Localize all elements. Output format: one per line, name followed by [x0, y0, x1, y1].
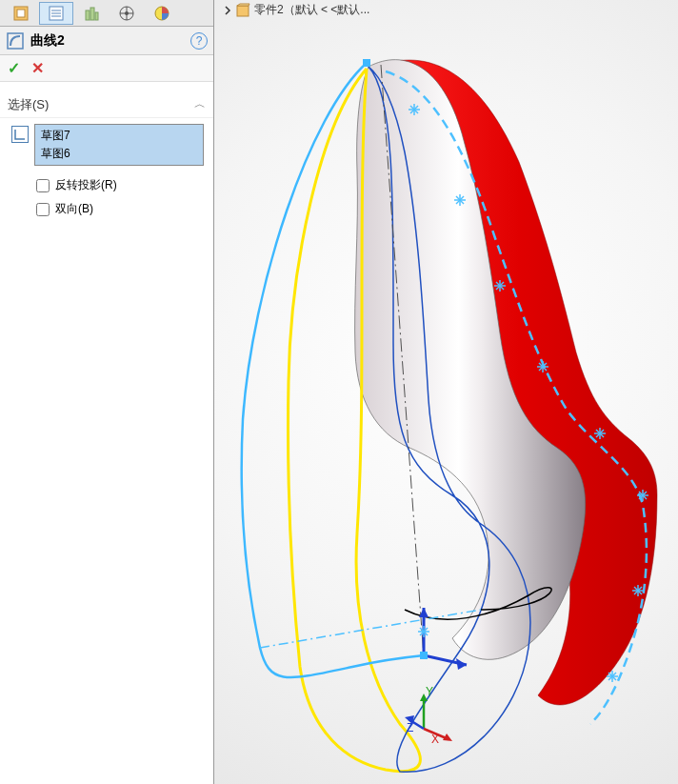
selection-section-header[interactable]: 选择(S) ︿ — [0, 91, 213, 118]
bidirectional-checkbox[interactable] — [36, 203, 50, 216]
reverse-checkbox-row: 反转投影(R) — [11, 173, 204, 197]
sketch-icon — [11, 126, 29, 143]
selection-list[interactable]: 草图7 草图6 — [34, 124, 204, 166]
collapse-icon: ︿ — [194, 96, 206, 112]
svg-rect-14 — [8, 33, 23, 49]
tab-display[interactable] — [145, 2, 179, 25]
feature-title: 曲线2 — [30, 32, 65, 50]
bidirectional-checkbox-row: 双向(B) — [11, 197, 204, 221]
selection-section-body: 草图7 草图6 反转投影(R) 双向(B) — [0, 118, 213, 227]
svg-marker-54 — [456, 658, 467, 670]
confirm-row: ✓ ✕ — [0, 55, 213, 82]
tab-property-manager[interactable] — [39, 2, 73, 25]
cancel-button[interactable]: ✕ — [31, 59, 44, 77]
panel-tabs — [0, 0, 213, 27]
svg-rect-8 — [95, 12, 98, 20]
reverse-checkbox[interactable] — [36, 179, 50, 192]
svg-rect-7 — [90, 8, 94, 20]
help-button[interactable]: ? — [190, 32, 208, 50]
graphics-viewport[interactable]: 零件2（默认 < <默认... — [214, 0, 678, 784]
svg-point-12 — [125, 11, 129, 15]
svg-rect-6 — [86, 10, 90, 20]
selection-item[interactable]: 草图7 — [39, 127, 199, 145]
selection-section-title: 选择(S) — [8, 96, 49, 113]
model-canvas[interactable] — [214, 0, 678, 784]
tab-feature-tree[interactable] — [4, 2, 38, 25]
svg-rect-17 — [363, 59, 370, 67]
property-manager-panel: 曲线2 ? ✓ ✕ 选择(S) ︿ 草图7 草图6 反转投影(R) — [0, 0, 214, 784]
ok-button[interactable]: ✓ — [8, 59, 20, 77]
bottom-angle-line — [260, 610, 481, 648]
curve-icon — [6, 31, 25, 50]
feature-header: 曲线2 ? — [0, 27, 213, 55]
tab-configuration[interactable] — [74, 2, 109, 25]
svg-rect-55 — [420, 652, 428, 659]
svg-rect-1 — [17, 10, 25, 17]
reverse-label[interactable]: 反转投影(R) — [55, 177, 117, 193]
tab-dimxpert[interactable] — [110, 2, 144, 25]
bidirectional-label[interactable]: 双向(B) — [55, 201, 93, 217]
selection-item[interactable]: 草图6 — [39, 145, 199, 163]
